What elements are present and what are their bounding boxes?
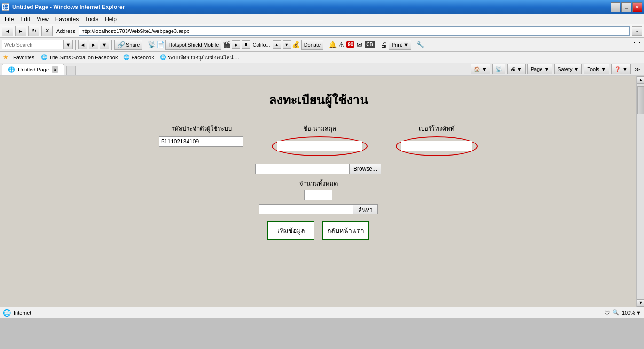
tools-btn[interactable]: Tools ▼	[584, 64, 609, 74]
refresh-button[interactable]: ↻	[28, 26, 39, 36]
count-row: จำนวนทั้งหมด	[9, 179, 627, 200]
menu-help[interactable]: Help	[102, 15, 119, 24]
home-button[interactable]: 🏠 ▼	[471, 64, 490, 74]
menu-edit[interactable]: Edit	[17, 15, 33, 24]
main-form-row: รหัสประจำตัวผู้ใช้ระบบ ชื่อ-นามสกุล เบอร…	[9, 124, 627, 156]
scroll-track[interactable]	[637, 84, 644, 299]
menu-view[interactable]: View	[34, 15, 52, 24]
page-btn[interactable]: Page ▼	[527, 64, 553, 74]
badge-90: 90	[346, 41, 354, 48]
close-button[interactable]: ✕	[632, 2, 642, 12]
separator-5	[377, 40, 377, 50]
toolbar-dropdown[interactable]: ▼	[100, 40, 109, 49]
separator-1	[75, 40, 76, 50]
toolbar-forward[interactable]: ►	[89, 40, 98, 49]
new-tab-button[interactable]: +	[66, 66, 76, 75]
badge-cb: CB	[365, 41, 374, 48]
menu-tools[interactable]: Tools	[82, 15, 101, 24]
scrollbar: ▲ ▼	[636, 76, 644, 307]
status-text: Internet	[14, 310, 31, 316]
print-tab-btn[interactable]: 🖨 ▼	[507, 64, 526, 74]
address-input[interactable]	[79, 26, 630, 36]
minimize-button[interactable]: —	[611, 2, 620, 12]
menu-favorites[interactable]: Favorites	[53, 15, 81, 24]
toolbar: ▼ ◄ ► ▼ 🔗 Share 📡 📄 Hotspot Shield Mobil…	[0, 38, 644, 52]
donate-button[interactable]: Donate	[301, 40, 323, 50]
active-tab[interactable]: 🌐 Untitled Page ✕	[2, 64, 64, 75]
browse-button[interactable]: Browse...	[349, 164, 381, 174]
pause-button[interactable]: ⏸	[242, 40, 250, 49]
name-group: ชื่อ-นามสกุล	[272, 124, 368, 156]
name-input[interactable]	[277, 141, 362, 151]
phone-input[interactable]	[401, 141, 472, 151]
hotspot-button[interactable]: Hotspot Shield Mobile	[165, 40, 221, 50]
zoom-dropdown-icon: ▼	[636, 310, 641, 316]
vol-up[interactable]: ▲	[273, 40, 281, 49]
add-button[interactable]: เพิ่มข้อมูล	[267, 221, 314, 240]
fav-item-1[interactable]: 🌐 The Sims Social on Facebook	[39, 53, 119, 61]
play-button[interactable]: ▶	[232, 40, 240, 49]
ie-icon	[2, 3, 9, 11]
share-button[interactable]: 🔗 Share	[114, 40, 142, 50]
tab-close-button[interactable]: ✕	[52, 66, 58, 73]
window-controls: — □ ✕	[611, 2, 642, 12]
tools-icon: 🔧	[416, 41, 424, 48]
rss-btn[interactable]: 📡	[492, 64, 505, 74]
user-id-input[interactable]	[159, 136, 243, 147]
maximize-button[interactable]: □	[621, 2, 631, 12]
forward-button[interactable]: ►	[15, 26, 26, 36]
address-label: Address	[55, 28, 77, 34]
status-bar: 🌐 Internet 🛡 🔍 100% ▼	[0, 307, 644, 318]
file-row: Browse...	[9, 164, 627, 174]
rss-icon: 📡	[148, 41, 155, 48]
title-bar: Untitled Page - Windows Internet Explore…	[0, 0, 644, 14]
toolbar-back[interactable]: ◄	[78, 40, 87, 49]
stop-button[interactable]: ✕	[41, 26, 53, 36]
search-button[interactable]: ค้นหา	[353, 204, 378, 214]
favorites-bar: ★ Favorites 🌐 The Sims Social on Faceboo…	[0, 52, 644, 63]
safety-btn[interactable]: Safety ▼	[554, 64, 582, 74]
fav-item-3[interactable]: 🌐 ระบบจัดการครุภัณฑ์ออนไลน์ ...	[158, 52, 241, 63]
scroll-thumb[interactable]	[637, 86, 644, 114]
back-button[interactable]: ◄	[2, 26, 13, 36]
action-buttons: เพิ่มข้อมูล กลับหน้าแรก	[9, 221, 627, 240]
address-bar: ◄ ► ↻ ✕ Address →	[0, 24, 644, 38]
phone-label: เบอร์โทรศัพท์	[419, 124, 455, 134]
resize-icon-2: ≫	[633, 66, 642, 72]
back-home-button[interactable]: กลับหน้าแรก	[322, 221, 369, 240]
share-icon: 🔗	[117, 41, 125, 48]
search-dropdown[interactable]: ▼	[63, 40, 73, 49]
star-icon: ★	[3, 54, 8, 61]
print-dropdown-icon: ▼	[403, 42, 408, 48]
donate-icon: 💰	[292, 41, 300, 48]
search-row: ค้นหา	[9, 204, 627, 214]
fav-item-2[interactable]: 🌐 Facebook	[121, 53, 156, 61]
browser-content: ลงทะเบียนผู้ใช้งาน รหัสประจำตัวผู้ใช้ระบ…	[0, 76, 644, 307]
print-button[interactable]: Print ▼	[389, 40, 412, 50]
search-input[interactable]	[2, 40, 63, 49]
name-label: ชื่อ-นามสกุล	[303, 124, 336, 134]
count-input[interactable]	[304, 190, 332, 200]
search-field[interactable]	[259, 204, 353, 214]
status-right: 🛡 🔍 100% ▼	[605, 309, 641, 316]
separator-2	[111, 40, 112, 50]
zoom-control[interactable]: 100% ▼	[622, 310, 641, 316]
menu-file[interactable]: File	[2, 15, 16, 24]
go-button[interactable]: →	[632, 26, 642, 36]
favorites-btn[interactable]: Favorites	[10, 54, 37, 61]
separator-4	[326, 40, 326, 50]
window-title: Untitled Page - Windows Internet Explore…	[12, 4, 125, 10]
fav-icon-1: 🌐	[41, 54, 47, 60]
calinfo: Califo...	[251, 42, 271, 48]
media-icon: 🎬	[223, 41, 230, 48]
resize-icon: ⋮⋮	[632, 41, 642, 48]
scroll-down-button[interactable]: ▼	[637, 299, 644, 307]
separator-6	[414, 40, 414, 50]
globe-icon: 🌐	[3, 309, 11, 317]
fav-icon-2: 🌐	[123, 54, 130, 60]
vol-down[interactable]: ▼	[283, 40, 291, 49]
scroll-up-button[interactable]: ▲	[637, 76, 644, 84]
name-oval	[272, 136, 368, 156]
help-btn[interactable]: ❓ ▼	[611, 64, 631, 74]
file-input[interactable]	[255, 164, 349, 174]
